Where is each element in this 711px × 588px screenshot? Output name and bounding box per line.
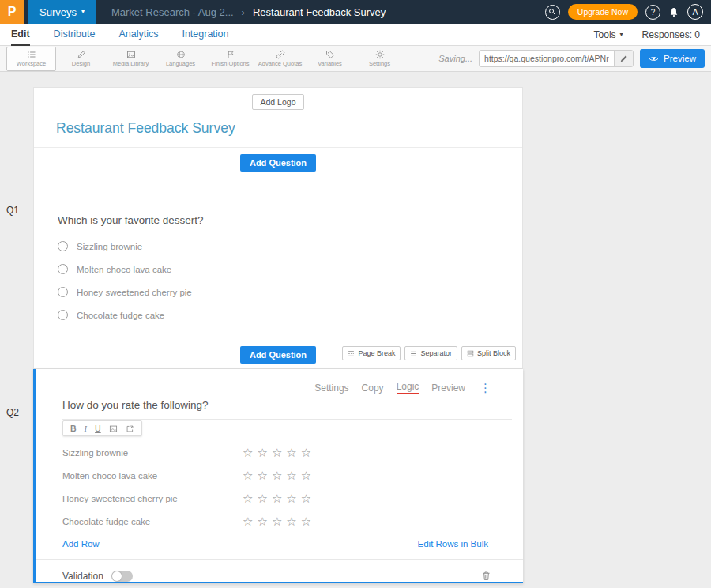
star-icon[interactable]: ☆	[243, 469, 253, 483]
star-icon[interactable]: ☆	[257, 446, 267, 460]
split-block-button[interactable]: Split Block	[461, 346, 516, 360]
star-rating: ☆☆☆☆☆	[243, 514, 311, 529]
star-icon[interactable]: ☆	[257, 514, 267, 529]
insert-image-icon[interactable]	[109, 424, 118, 433]
validation-row: Validation	[36, 560, 523, 582]
validation-toggle[interactable]	[111, 571, 133, 582]
star-icon[interactable]: ☆	[286, 446, 296, 460]
preview-button[interactable]: Preview	[640, 49, 705, 68]
validation-label: Validation	[62, 571, 103, 582]
survey-title[interactable]: Restaurant Feedback Survey	[56, 120, 522, 137]
preview-label: Preview	[664, 54, 696, 63]
star-icon[interactable]: ☆	[301, 492, 311, 506]
add-logo-button[interactable]: Add Logo	[252, 94, 305, 110]
upgrade-now-button[interactable]: Upgrade Now	[568, 4, 638, 20]
add-question-button-bottom[interactable]: Add Question	[240, 346, 316, 364]
tab-edit[interactable]: Edit	[11, 24, 30, 46]
question-copy-link[interactable]: Copy	[362, 383, 384, 394]
star-icon[interactable]: ☆	[272, 514, 282, 529]
toolbar-item-advance-quotas[interactable]: Advance Quotas	[255, 47, 305, 71]
external-link-glyph	[126, 424, 134, 433]
breadcrumb-current-page: Restaurant Feedback Survey	[253, 6, 386, 18]
tab-analytics[interactable]: Analytics	[118, 24, 158, 46]
responses-count: Responses: 0	[642, 29, 700, 40]
notifications-bell-icon[interactable]	[668, 6, 679, 18]
question-1[interactable]: Which is your favorite dessert? Sizzling…	[58, 214, 522, 320]
bell-glyph	[668, 6, 679, 18]
option-row: Chocolate fudge cake	[58, 310, 522, 320]
rating-row-label[interactable]: Chocolate fudge cake	[62, 517, 243, 526]
star-icon[interactable]: ☆	[243, 514, 253, 529]
italic-icon[interactable]: I	[85, 424, 88, 433]
rating-row-label[interactable]: Molten choco lava cake	[62, 471, 243, 481]
add-row-link[interactable]: Add Row	[62, 539, 100, 548]
toolbar-item-design[interactable]: Design	[56, 47, 106, 71]
questionpro-logo[interactable]: P	[0, 0, 24, 24]
radio-button[interactable]	[58, 287, 68, 297]
question-logic-link[interactable]: Logic	[397, 381, 419, 394]
editor-toolbar: Workspace Design Media Library Languages	[0, 46, 711, 72]
toolbar-item-variables[interactable]: Variables	[305, 47, 355, 71]
more-options-icon[interactable]: ⋮	[480, 382, 491, 394]
survey-block-2-selected[interactable]: Settings Copy Logic Preview ⋮ How do you…	[33, 369, 523, 583]
question-2-actions: Settings Copy Logic Preview ⋮	[36, 369, 523, 394]
external-link-icon[interactable]	[126, 424, 134, 433]
tab-distribute[interactable]: Distribute	[54, 24, 96, 46]
help-icon[interactable]: ?	[645, 5, 660, 20]
star-icon[interactable]: ☆	[286, 492, 296, 506]
surveys-menu-button[interactable]: Surveys ▾	[28, 0, 96, 24]
star-icon[interactable]: ☆	[257, 469, 267, 483]
star-icon[interactable]: ☆	[301, 514, 311, 529]
bold-icon[interactable]: B	[70, 424, 77, 433]
add-question-button-top[interactable]: Add Question	[240, 154, 316, 172]
avatar[interactable]: A	[687, 4, 703, 20]
survey-url-group	[479, 50, 634, 67]
rating-row: Chocolate fudge cake ☆☆☆☆☆	[36, 510, 523, 533]
row-actions: Add Row Edit Rows in Bulk	[36, 533, 523, 548]
question-preview-link[interactable]: Preview	[431, 383, 465, 394]
toolbar-item-workspace[interactable]: Workspace	[6, 47, 56, 71]
toolbar-item-media-library[interactable]: Media Library	[106, 47, 156, 71]
tools-menu[interactable]: Tools ▾	[594, 29, 623, 40]
option-label[interactable]: Chocolate fudge cake	[77, 311, 164, 320]
star-icon[interactable]: ☆	[286, 469, 296, 483]
edit-url-pencil-icon[interactable]	[614, 50, 633, 67]
radio-button[interactable]	[58, 310, 68, 320]
star-icon[interactable]: ☆	[257, 492, 267, 506]
option-label[interactable]: Sizzling brownie	[77, 242, 142, 251]
question-settings-link[interactable]: Settings	[314, 383, 348, 394]
question-1-text[interactable]: Which is your favorite dessert?	[58, 214, 522, 226]
rating-row-label[interactable]: Honey sweetened cherry pie	[62, 494, 243, 503]
question-2-text[interactable]: How do you rate the following?	[62, 399, 512, 420]
star-icon[interactable]: ☆	[243, 446, 253, 460]
star-icon[interactable]: ☆	[272, 469, 282, 483]
toolbar-item-settings[interactable]: Settings	[355, 47, 404, 71]
radio-button[interactable]	[58, 241, 68, 251]
star-icon[interactable]: ☆	[272, 446, 282, 460]
option-label[interactable]: Honey sweetened cherry pie	[77, 288, 192, 297]
toolbar-item-languages[interactable]: Languages	[156, 47, 205, 71]
star-icon[interactable]: ☆	[286, 514, 296, 529]
rating-row-label[interactable]: Sizzling brownie	[62, 448, 243, 458]
delete-question-icon[interactable]	[481, 570, 491, 582]
star-icon[interactable]: ☆	[243, 492, 253, 506]
survey-url-input[interactable]	[480, 51, 614, 66]
chevron-down-icon: ▾	[620, 32, 623, 38]
add-question-row-bottom: Add Question Page Break	[34, 345, 522, 365]
separator-button[interactable]: Separator	[404, 346, 457, 360]
page-break-button[interactable]: Page Break	[342, 346, 401, 360]
page-break-label: Page Break	[358, 349, 395, 357]
page-break-icon	[348, 350, 355, 357]
breadcrumb-parent-survey[interactable]: Market Research - Aug 2...	[111, 6, 234, 18]
tools-label: Tools	[594, 29, 616, 40]
underline-icon[interactable]: U	[95, 424, 101, 433]
toolbar-item-finish-options[interactable]: Finish Options	[205, 47, 255, 71]
star-icon[interactable]: ☆	[301, 469, 311, 483]
search-icon[interactable]	[545, 5, 560, 20]
star-icon[interactable]: ☆	[272, 492, 282, 506]
star-icon[interactable]: ☆	[301, 446, 311, 460]
edit-rows-in-bulk-link[interactable]: Edit Rows in Bulk	[418, 539, 488, 548]
option-label[interactable]: Molten choco lava cake	[77, 265, 171, 274]
tab-integration[interactable]: Integration	[182, 24, 228, 46]
radio-button[interactable]	[58, 264, 68, 274]
